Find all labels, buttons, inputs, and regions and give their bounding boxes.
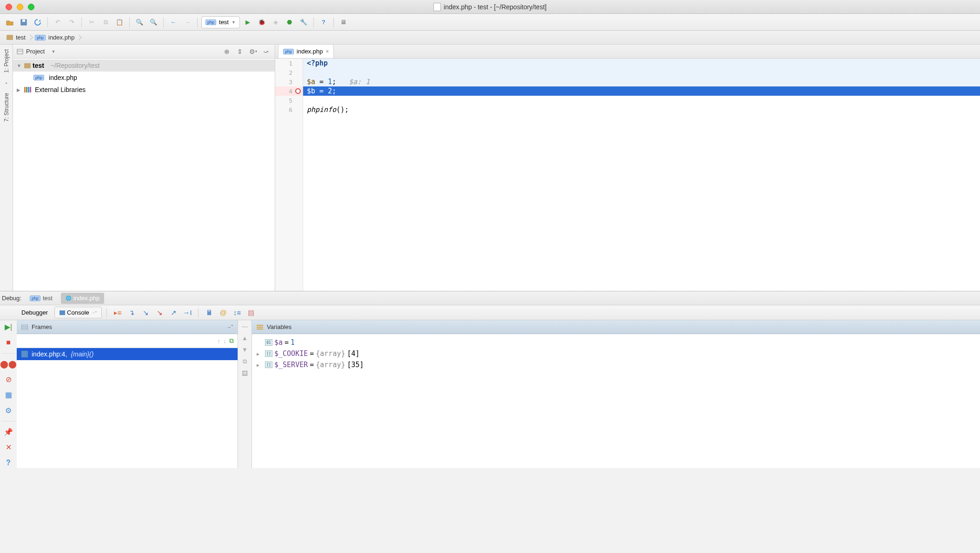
frames-header: Frames →" (17, 320, 238, 334)
close-window-button[interactable] (6, 4, 12, 10)
sync-icon[interactable]: 🖥 (338, 16, 350, 28)
tree-item[interactable]: php index.php (13, 72, 275, 84)
code-line[interactable] (303, 96, 980, 105)
tree-root[interactable]: ▼ test~/Repository/test (13, 59, 275, 72)
add-thread-icon[interactable]: ⧉ (229, 337, 234, 345)
stop-icon[interactable]: 🔧 (298, 16, 310, 28)
find-icon[interactable]: 🔍 (133, 16, 146, 28)
image-icon[interactable]: 🖼 (242, 370, 248, 377)
console-tab[interactable]: Console →" (54, 307, 102, 318)
redo-icon[interactable]: ↷ (66, 16, 78, 28)
sidebar-tab-structure[interactable]: 7: Structure (2, 90, 11, 125)
project-panel: Project ▼ ⊕ ⇕ ⚙▾ ⤻ ▼ test~/Repository/te… (13, 45, 275, 291)
undo-icon[interactable]: ↶ (52, 16, 64, 28)
back-icon[interactable]: ← (167, 16, 179, 28)
force-step-into-icon[interactable]: ↘ (153, 307, 166, 319)
layout-icon[interactable]: ▦ (3, 390, 13, 400)
profile-icon[interactable]: ⬣ (284, 16, 296, 28)
pin-icon[interactable]: 📌 (3, 427, 13, 437)
expander-icon[interactable]: ▶ (17, 87, 22, 92)
variable-row[interactable]: ▶[] $_COOKIE = {array} [4] (257, 348, 975, 359)
sidebar-tab-project[interactable]: 1: Project (2, 46, 11, 76)
gutter-line[interactable]: 2 (275, 68, 303, 77)
expander-icon[interactable]: ▶ (257, 351, 263, 356)
step-out-icon[interactable]: ↗ (167, 307, 179, 319)
copy-icon[interactable]: ⧉ (243, 358, 247, 365)
coverage-icon[interactable]: ◈ (270, 16, 282, 28)
watch-icon[interactable]: @ (217, 307, 229, 319)
debug-tab-index[interactable]: 🌐index.php (61, 293, 104, 304)
refresh-icon[interactable] (32, 16, 44, 28)
settings-gear-icon[interactable]: ⚙ (3, 406, 13, 415)
cut-icon[interactable]: ✂ (86, 16, 98, 28)
up-icon[interactable]: ▲ (242, 335, 248, 342)
close-tab-icon[interactable]: × (325, 48, 329, 55)
paste-icon[interactable]: 📋 (113, 16, 126, 28)
gutter-line[interactable]: 1 (275, 59, 303, 68)
editor-code[interactable]: <?php$a = 1; $a: 1$b = 2;phpinfo(); (303, 59, 980, 291)
copy-icon[interactable]: ⧉ (99, 16, 112, 28)
save-icon[interactable] (18, 16, 30, 28)
down-icon[interactable]: ▼ (242, 346, 248, 353)
project-tree[interactable]: ▼ test~/Repository/test php index.php ▶ … (13, 59, 275, 291)
stop-icon[interactable]: ■ (3, 337, 13, 347)
breadcrumb-item[interactable]: test (2, 31, 30, 44)
evaluate-icon[interactable]: 🖩 (203, 307, 215, 319)
step-over-icon[interactable]: ↴ (126, 307, 138, 319)
step-into-icon[interactable]: ↘ (139, 307, 152, 319)
replace-icon[interactable]: 🔍 (147, 16, 159, 28)
editor-tab[interactable]: php index.php × (278, 44, 334, 58)
gutter-line[interactable]: 4 (275, 86, 303, 96)
minus-icon[interactable]: — (242, 323, 248, 330)
open-icon[interactable] (4, 16, 16, 28)
variable-row[interactable]: 01 $a = 1 (257, 337, 975, 348)
window-title: index.php - test - [~/Repository/test] (433, 3, 546, 11)
gutter-line[interactable]: 5 (275, 96, 303, 105)
hide-icon[interactable]: ⤻ (261, 46, 271, 57)
dropdown-caret-icon[interactable]: ▼ (51, 49, 55, 54)
debug-icon[interactable]: 🐞 (256, 16, 268, 28)
variable-row[interactable]: ▶[] $_SERVER = {array} [35] (257, 359, 975, 370)
gutter-line[interactable]: 6 (275, 105, 303, 114)
sort-icon[interactable]: ↕≡ (231, 307, 243, 319)
close-icon[interactable]: ✕ (3, 442, 13, 452)
show-exec-point-icon[interactable]: ▸≡ (112, 307, 124, 319)
code-line[interactable]: <?php (303, 59, 980, 68)
debug-content: ▶| ■ ⬤⬤ ⊘ ▦ ⚙ 📌 ✕ ? Frames →" ↑ (0, 320, 980, 468)
collapse-icon[interactable]: ⇕ (235, 46, 245, 57)
tree-external-libraries[interactable]: ▶ External Libraries (13, 84, 275, 96)
maximize-window-button[interactable] (28, 4, 34, 10)
editor-body[interactable]: 123456 <?php$a = 1; $a: 1$b = 2;phpinfo(… (275, 59, 980, 291)
expander-icon[interactable]: ▶ (257, 362, 263, 368)
editor-gutter[interactable]: 123456 (275, 59, 303, 291)
run-to-cursor-icon[interactable]: →I (181, 307, 193, 319)
gutter-line[interactable]: 3 (275, 77, 303, 86)
expander-icon[interactable]: ▼ (17, 63, 22, 68)
code-line[interactable] (303, 68, 980, 77)
help-icon[interactable]: ? (318, 16, 330, 28)
mute-breakpoints-icon[interactable]: ⊘ (3, 375, 13, 384)
prev-frame-icon[interactable]: ↑ (217, 337, 220, 345)
frames-mid-controls: — ▲ ▼ ⧉ 🖼 (238, 320, 252, 468)
run-config-selector[interactable]: php test ▼ (201, 16, 240, 28)
minimize-window-button[interactable] (17, 4, 23, 10)
settings-icon[interactable]: ⚙▾ (248, 46, 258, 57)
forward-icon[interactable]: → (181, 16, 193, 28)
help-icon[interactable]: ? (3, 458, 13, 468)
view-breakpoints-icon[interactable]: ⬤⬤ (3, 359, 13, 369)
target-icon[interactable]: ⊕ (222, 46, 232, 57)
resume-icon[interactable]: ▶| (3, 322, 13, 332)
debugger-tab[interactable]: Debugger (17, 307, 53, 318)
breadcrumb-item[interactable]: php index.php (30, 31, 79, 44)
settings-icon[interactable]: ▤ (245, 307, 257, 319)
code-line[interactable]: $b = 2; (303, 86, 980, 96)
code-line[interactable]: $a = 1; $a: 1 (303, 77, 980, 86)
frame-row[interactable]: index.php:4, {main}() (17, 348, 238, 360)
breakpoint-icon[interactable] (295, 88, 301, 94)
debug-tab-test[interactable]: phptest (25, 293, 57, 304)
next-frame-icon[interactable]: ↓ (223, 337, 226, 345)
code-line[interactable]: phpinfo(); (303, 105, 980, 114)
variables-body[interactable]: 01 $a = 1▶[] $_COOKIE = {array} [4]▶[] $… (252, 334, 980, 373)
run-icon[interactable]: ▶ (242, 16, 254, 28)
php-badge-icon: php (35, 35, 46, 40)
